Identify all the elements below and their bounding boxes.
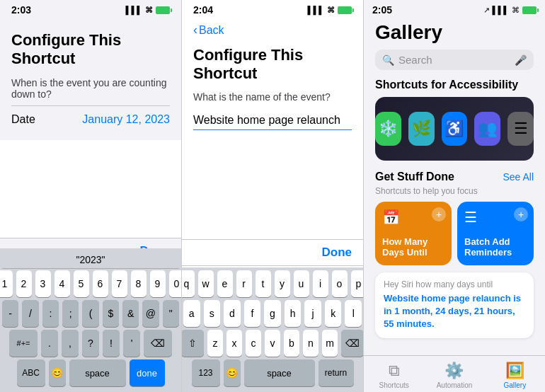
key-f[interactable]: f xyxy=(244,300,261,327)
key-exclaim[interactable]: ! xyxy=(103,330,120,357)
key-b[interactable]: b xyxy=(284,330,299,357)
key-h[interactable]: h xyxy=(285,300,302,327)
key-2[interactable]: 2 xyxy=(16,270,32,297)
delete-key[interactable]: ⌫ xyxy=(144,330,172,357)
key-r[interactable]: r xyxy=(236,270,252,297)
see-all-button[interactable]: See All xyxy=(503,171,534,183)
wifi-icon-3: ⌘ xyxy=(512,6,520,15)
phone-panel-1: 2:03 ▌▌▌ ⌘ Configure This Shortcut When … xyxy=(0,0,182,392)
key-slash[interactable]: / xyxy=(22,300,38,327)
key-1[interactable]: 1 xyxy=(0,270,13,297)
event-name-input[interactable] xyxy=(193,111,352,130)
key-q[interactable]: q xyxy=(182,270,195,297)
configure-question-1: When is the event you are counting down … xyxy=(11,77,170,100)
search-bar[interactable]: 🔍 Search 🎤 xyxy=(375,50,534,70)
key-k[interactable]: k xyxy=(325,300,342,327)
key-w[interactable]: w xyxy=(198,270,214,297)
key-d[interactable]: d xyxy=(224,300,241,327)
key-quote[interactable]: " xyxy=(163,300,179,327)
key-x[interactable]: x xyxy=(226,330,242,357)
key-9[interactable]: 9 xyxy=(150,270,166,297)
back-button[interactable]: ‹ Back xyxy=(182,17,363,40)
key-j[interactable]: j xyxy=(304,300,321,327)
key-z[interactable]: z xyxy=(207,330,223,357)
time-2: 2:04 xyxy=(193,4,213,16)
battery-icon xyxy=(156,6,170,14)
mic-icon[interactable]: 🎤 xyxy=(515,54,527,66)
status-icons-1: ▌▌▌ ⌘ xyxy=(126,6,170,15)
phone-panel-2: 2:04 ▌▌▌ ⌘ ‹ Back Configure This Shortcu… xyxy=(182,0,364,392)
key-g[interactable]: g xyxy=(264,300,281,327)
status-bar-2: 2:04 ▌▌▌ ⌘ xyxy=(182,0,363,17)
status-icons-3: ↗ ▌▌▌ ⌘ xyxy=(483,6,537,15)
key-u[interactable]: u xyxy=(294,270,309,297)
key-return[interactable]: return xyxy=(319,359,354,386)
shift-key[interactable]: ⇧ xyxy=(182,330,204,357)
key-abc[interactable]: ABC xyxy=(17,359,45,386)
key-hashplus[interactable]: #+= xyxy=(9,330,38,357)
key-done-1[interactable]: done xyxy=(130,359,165,386)
key-p[interactable]: p xyxy=(351,270,365,297)
done-button-2[interactable]: Done xyxy=(322,246,352,260)
key-period[interactable]: . xyxy=(41,330,58,357)
key-emoji[interactable]: 😊 xyxy=(49,359,66,386)
card2-add-button[interactable]: + xyxy=(514,207,528,221)
key-dollar[interactable]: $ xyxy=(103,300,119,327)
key-apostrophe[interactable]: ' xyxy=(123,330,140,357)
key-semicolon[interactable]: ; xyxy=(62,300,79,327)
key-6[interactable]: 6 xyxy=(93,270,108,297)
key-at[interactable]: @ xyxy=(142,300,159,327)
key-7[interactable]: 7 xyxy=(112,270,127,297)
key-emoji-2[interactable]: 😊 xyxy=(224,359,241,386)
card-batch-add[interactable]: ☰ Batch Add Reminders + xyxy=(457,202,534,265)
key-i[interactable]: i xyxy=(313,270,328,297)
key-space-1[interactable]: space xyxy=(69,359,126,386)
key-l[interactable]: l xyxy=(345,300,362,327)
acc-icon-snowflake: ❄️ xyxy=(375,112,401,146)
key-colon[interactable]: : xyxy=(42,300,59,327)
key-a[interactable]: a xyxy=(183,300,200,327)
suggestion-item[interactable]: "2023" xyxy=(76,254,105,265)
key-0[interactable]: 0 xyxy=(169,270,183,297)
acc-icon-leaf: 🌿 xyxy=(408,112,435,146)
key-s[interactable]: s xyxy=(204,300,221,327)
status-bar-1: 2:03 ▌▌▌ ⌘ xyxy=(0,0,181,17)
key-y[interactable]: y xyxy=(275,270,290,297)
tab-gallery[interactable]: 🖼️ Gallery xyxy=(485,362,545,389)
acc-icon-accessibility: ♿ xyxy=(442,112,468,146)
key-n[interactable]: n xyxy=(303,330,319,357)
back-label: Back xyxy=(199,24,224,37)
bottom-row-2: 123 😊 space return xyxy=(183,359,362,386)
key-comma[interactable]: , xyxy=(62,330,79,357)
key-question[interactable]: ? xyxy=(82,330,99,357)
gallery-tab-icon: 🖼️ xyxy=(505,362,524,380)
key-ampersand[interactable]: & xyxy=(122,300,139,327)
key-5[interactable]: 5 xyxy=(74,270,89,297)
delete-key-2[interactable]: ⌫ xyxy=(341,330,364,357)
key-o[interactable]: o xyxy=(332,270,348,297)
key-e[interactable]: e xyxy=(217,270,233,297)
tab-shortcuts[interactable]: ⧉ Shortcuts xyxy=(364,362,424,389)
key-open-paren[interactable]: ( xyxy=(82,300,98,327)
siri-response: Website home page relaunch is in 1 month… xyxy=(384,292,525,331)
key-dash[interactable]: - xyxy=(2,300,18,327)
card-how-many-days[interactable]: 📅 How Many Days Until + xyxy=(375,202,452,265)
key-c[interactable]: c xyxy=(246,330,261,357)
key-space-2[interactable]: space xyxy=(244,359,315,386)
key-m[interactable]: m xyxy=(322,330,338,357)
key-123[interactable]: 123 xyxy=(192,359,220,386)
shortcuts-tab-icon: ⧉ xyxy=(389,362,400,380)
tab-automation[interactable]: ⚙️ Automation xyxy=(424,362,484,389)
key-3[interactable]: 3 xyxy=(35,270,51,297)
key-8[interactable]: 8 xyxy=(131,270,147,297)
get-stuff-row: Get Stuff Done See All xyxy=(364,169,545,186)
key-t[interactable]: t xyxy=(256,270,271,297)
wifi-icon: ⌘ xyxy=(145,6,153,15)
card1-add-button[interactable]: + xyxy=(432,207,446,221)
status-bar-3: 2:05 ↗ ▌▌▌ ⌘ xyxy=(364,0,545,17)
key-4[interactable]: 4 xyxy=(54,270,70,297)
card2-title: Batch Add Reminders xyxy=(464,236,527,258)
date-value[interactable]: January 12, 2023 xyxy=(82,113,170,126)
status-icons-2: ▌▌▌ ⌘ xyxy=(308,6,352,15)
key-v[interactable]: v xyxy=(265,330,280,357)
